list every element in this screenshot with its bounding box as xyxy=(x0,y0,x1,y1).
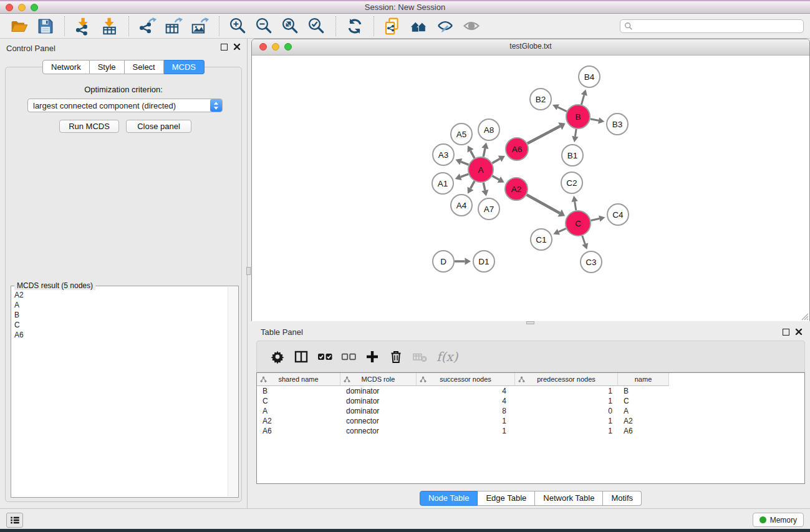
criterion-dropdown[interactable]: largest connected component (directed) xyxy=(27,99,223,112)
node-B3[interactable]: B3 xyxy=(607,114,628,135)
table-row[interactable]: Adominator80A xyxy=(257,407,804,417)
node-D[interactable]: D xyxy=(433,251,454,272)
edge-A-A7[interactable] xyxy=(481,183,488,196)
edge-A-A4[interactable] xyxy=(468,181,475,193)
edge-A-A5[interactable] xyxy=(468,145,475,158)
node-A7[interactable]: A7 xyxy=(478,198,499,220)
edge-A2-C[interactable] xyxy=(527,195,565,216)
node-A8[interactable]: A8 xyxy=(478,119,499,140)
tab-style[interactable]: Style xyxy=(90,60,125,74)
table-tab-node-table[interactable]: Node Table xyxy=(420,491,478,506)
column-header-name[interactable]: name xyxy=(618,373,669,386)
column-header-successor-nodes[interactable]: successor nodes xyxy=(417,373,515,386)
column-header-shared-name[interactable]: shared name xyxy=(257,373,340,386)
edge-D-D1[interactable] xyxy=(455,258,471,264)
result-item[interactable]: B xyxy=(14,310,227,320)
export-table-icon[interactable] xyxy=(163,16,185,37)
show-column-panel-icon[interactable] xyxy=(293,349,309,365)
node-A3[interactable]: A3 xyxy=(433,144,454,165)
show-hide-graphics-icon[interactable] xyxy=(434,16,456,37)
float-panel-icon[interactable] xyxy=(221,44,228,51)
edge-B-B1[interactable] xyxy=(572,129,578,142)
edge-A-A1[interactable] xyxy=(455,173,468,180)
tab-mcds[interactable]: MCDS xyxy=(164,60,205,74)
export-image-icon[interactable] xyxy=(189,16,211,37)
select-all-columns-icon[interactable] xyxy=(317,349,333,365)
add-column-icon[interactable] xyxy=(364,349,380,365)
edge-C-C1[interactable] xyxy=(553,228,566,235)
import-network-icon[interactable] xyxy=(72,16,95,37)
edge-A-A6[interactable] xyxy=(492,156,505,163)
float-table-panel-icon[interactable] xyxy=(783,329,789,336)
node-A1[interactable]: A1 xyxy=(432,173,453,194)
node-C4[interactable]: C4 xyxy=(607,204,629,225)
node-C2[interactable]: C2 xyxy=(561,172,582,193)
node-C3[interactable]: C3 xyxy=(581,251,602,273)
zoom-selected-icon[interactable] xyxy=(306,16,328,37)
result-item[interactable]: A xyxy=(14,300,227,310)
save-session-icon[interactable] xyxy=(34,16,57,37)
import-table-icon[interactable] xyxy=(99,16,121,37)
node-B2[interactable]: B2 xyxy=(530,89,551,110)
close-table-panel-icon[interactable] xyxy=(795,328,803,336)
vertical-divider-grip[interactable] xyxy=(246,267,251,275)
table-settings-gear-icon[interactable] xyxy=(269,349,286,365)
zoom-fit-icon[interactable] xyxy=(279,16,302,37)
node-A5[interactable]: A5 xyxy=(451,123,472,145)
close-panel-icon[interactable] xyxy=(233,43,241,51)
table-tab-motifs[interactable]: Motifs xyxy=(603,491,642,506)
task-history-button[interactable] xyxy=(6,513,23,528)
node-D1[interactable]: D1 xyxy=(473,251,494,272)
result-item[interactable]: C xyxy=(14,320,227,330)
node-B1[interactable]: B1 xyxy=(562,145,583,166)
clone-network-icon[interactable] xyxy=(382,16,404,37)
table-row[interactable]: Cdominator41C xyxy=(257,397,804,407)
result-item[interactable]: A6 xyxy=(14,330,227,340)
resize-grip-icon[interactable] xyxy=(800,312,809,321)
search-field[interactable] xyxy=(620,19,804,33)
close-panel-button[interactable]: Close panel xyxy=(126,120,191,133)
home-layout-icon[interactable] xyxy=(408,16,430,37)
memory-button[interactable]: Memory xyxy=(753,513,804,527)
delete-columns-icon[interactable] xyxy=(388,349,404,365)
tab-network[interactable]: Network xyxy=(42,60,90,74)
edge-C-C2[interactable] xyxy=(571,196,577,210)
network-canvas[interactable]: AA6A2BCA5A8A3A1A4A7B2B4B3B1C2C4C1C3DD1 xyxy=(252,56,809,321)
tab-select[interactable]: Select xyxy=(125,60,164,74)
result-item[interactable]: A2 xyxy=(14,290,227,300)
node-A[interactable]: A xyxy=(468,157,493,182)
column-header-MCDS-role[interactable]: MCDS role xyxy=(340,373,417,386)
node-B[interactable]: B xyxy=(566,105,590,128)
refresh-view-icon[interactable] xyxy=(344,16,366,37)
node-A4[interactable]: A4 xyxy=(451,195,472,216)
table-tab-network-table[interactable]: Network Table xyxy=(535,491,603,506)
edge-A-A2[interactable] xyxy=(492,176,504,183)
node-C[interactable]: C xyxy=(566,211,591,236)
edge-A6-B[interactable] xyxy=(528,122,566,143)
edge-A-A8[interactable] xyxy=(481,143,488,157)
table-row[interactable]: A2connector11A2 xyxy=(257,417,804,427)
run-mcds-button[interactable]: Run MCDS xyxy=(59,120,119,133)
result-scrollbar[interactable] xyxy=(228,287,238,496)
node-B4[interactable]: B4 xyxy=(579,66,600,87)
table-row[interactable]: A6connector11A6 xyxy=(257,427,804,437)
node-C1[interactable]: C1 xyxy=(531,229,552,250)
table-tab-edge-table[interactable]: Edge Table xyxy=(478,491,535,506)
network-window-titlebar[interactable]: testGlobe.txt xyxy=(252,39,809,56)
edge-C-C3[interactable] xyxy=(582,236,588,249)
table-row[interactable]: Bdominator41B xyxy=(257,387,804,397)
unselect-all-columns-icon[interactable] xyxy=(340,349,357,365)
column-header-predecessor-nodes[interactable]: predecessor nodes xyxy=(515,373,618,386)
birds-eye-view-icon[interactable] xyxy=(460,16,483,37)
function-builder-icon[interactable]: f(x) xyxy=(436,349,458,364)
export-network-icon[interactable] xyxy=(137,16,159,37)
zoom-out-icon[interactable] xyxy=(253,16,276,37)
node-A6[interactable]: A6 xyxy=(506,138,528,160)
edge-B-B3[interactable] xyxy=(591,117,605,123)
zoom-in-icon[interactable] xyxy=(227,16,249,37)
edge-B-B2[interactable] xyxy=(552,104,567,111)
edge-B-B4[interactable] xyxy=(581,89,587,105)
edge-C-C4[interactable] xyxy=(591,215,605,221)
edge-A-A3[interactable] xyxy=(455,158,468,165)
open-file-icon[interactable] xyxy=(8,16,31,37)
